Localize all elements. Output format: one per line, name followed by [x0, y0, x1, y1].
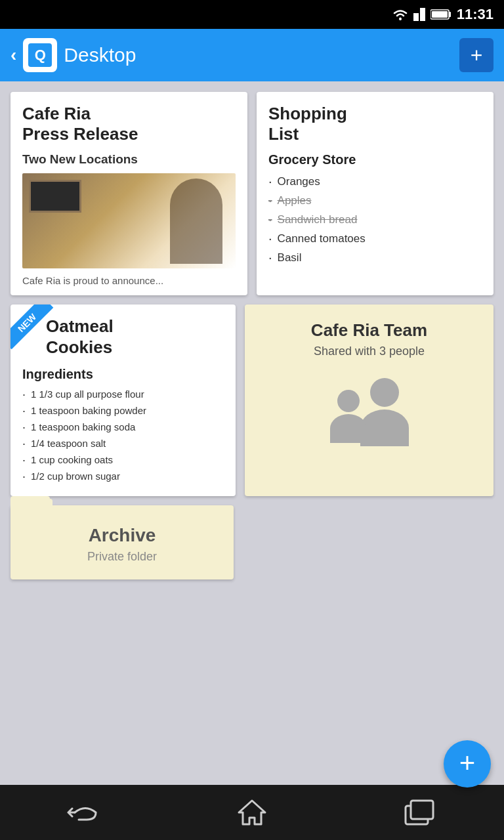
svg-rect-8 [411, 801, 433, 819]
app-bar-add-icon: + [471, 45, 483, 66]
ingredient-bs2-text: 1/2 cup brown sugar [31, 471, 120, 482]
fab-icon: + [459, 749, 476, 777]
press-title-line1: Cafe Ria [22, 104, 91, 123]
ingredient-baking-powder: · 1 teaspoon baking powder [22, 405, 224, 418]
archive-card[interactable]: Archive Private folder [10, 505, 234, 579]
bullet-icon: · [22, 437, 26, 451]
nav-recents-icon [404, 799, 436, 826]
ingredient-bs-text: 1 teaspoon baking soda [31, 421, 135, 432]
avatar-head-small [337, 390, 360, 412]
bullet-icon: · [268, 250, 272, 265]
nav-recents-button[interactable] [394, 793, 446, 832]
press-card-body: Cafe Ria is proud to announce... [22, 275, 236, 286]
new-ribbon: NEW [10, 304, 63, 357]
ingredient-flour-text: 1 1/3 cup all purpose flour [31, 388, 144, 400]
app-logo-letter: Q [35, 47, 46, 64]
avatar-head-large [370, 378, 399, 407]
shopping-title-line2: List [268, 124, 299, 144]
ingredient-oats-text: 1 cup cooking oats [31, 454, 113, 465]
oatmeal-card[interactable]: NEW Oatmeal Cookies Ingredients · 1 1/3 … [10, 304, 236, 495]
bullet-icon: · [268, 212, 272, 227]
shopping-card-inner: Shopping List Grocery Store · Oranges · … [257, 92, 494, 278]
app-logo-inner: Q [28, 43, 52, 67]
item-basil-text: Basil [278, 251, 302, 264]
wifi-icon [391, 8, 410, 21]
bullet-icon: · [268, 174, 272, 189]
press-card-inner: Cafe Ria Press Release Two New Locations… [10, 92, 247, 295]
status-icons [391, 8, 452, 21]
archive-tab [10, 499, 52, 509]
item-oranges-text: Oranges [278, 175, 320, 188]
bullet-icon: · [22, 388, 26, 402]
svg-marker-1 [413, 13, 419, 21]
person-silhouette [170, 178, 222, 264]
app-bar-add-button[interactable]: + [459, 38, 494, 72]
bullet-icon: · [22, 404, 26, 418]
shopping-title-line1: Shopping [268, 104, 347, 123]
ingredient-flour: · 1 1/3 cup all purpose flour [22, 388, 224, 402]
shopping-section-label: Grocery Store [268, 152, 482, 167]
team-card[interactable]: Cafe Ria Team Shared with 3 people [245, 304, 494, 495]
ingredient-brown-sugar: · 1/2 cup brown sugar [22, 471, 224, 484]
new-badge: NEW [10, 304, 53, 349]
press-image-bg [22, 173, 236, 268]
bullet-icon: · [22, 421, 26, 434]
press-card-image [22, 173, 236, 268]
status-bar: 11:31 [0, 0, 504, 29]
fab-button[interactable]: + [444, 740, 491, 788]
shopping-item-sandwich: · Sandwich bread [268, 212, 482, 227]
cards-row-1: Cafe Ria Press Release Two New Locations… [10, 92, 494, 295]
app-logo: Q [23, 38, 57, 72]
avatar-body-small [330, 414, 367, 443]
app-bar: ‹ Q Desktop + [0, 29, 504, 81]
archive-wrapper: Archive Private folder [10, 505, 234, 579]
nav-back-button[interactable] [58, 793, 110, 832]
cards-row-3: Archive Private folder [10, 505, 494, 579]
archive-title: Archive [26, 525, 218, 546]
svg-marker-2 [420, 8, 425, 21]
press-card-subtitle: Two New Locations [22, 152, 236, 167]
bullet-icon: · [22, 470, 26, 484]
press-release-card[interactable]: Cafe Ria Press Release Two New Locations… [10, 92, 247, 295]
svg-marker-6 [239, 801, 265, 824]
bullet-icon: · [268, 193, 272, 208]
avatar-body-large [360, 410, 409, 446]
ingredient-bp-text: 1 teaspoon baking powder [31, 405, 146, 416]
svg-rect-5 [432, 11, 448, 18]
ingredient-salt: · 1/4 teaspoon salt [22, 438, 224, 451]
shopping-item-apples: · Apples [268, 193, 482, 208]
back-arrow-icon[interactable]: ‹ [10, 45, 16, 66]
ingredients-label: Ingredients [22, 367, 224, 382]
shopping-list-card[interactable]: Shopping List Grocery Store · Oranges · … [257, 92, 494, 295]
shopping-item-tomatoes: · Canned tomatoes [268, 231, 482, 246]
nav-back-icon [67, 801, 101, 824]
team-card-title: Cafe Ria Team [311, 320, 427, 341]
cards-row-2: NEW Oatmeal Cookies Ingredients · 1 1/3 … [10, 304, 494, 495]
item-tomatoes-text: Canned tomatoes [278, 232, 366, 245]
svg-point-0 [399, 18, 402, 20]
main-content: Cafe Ria Press Release Two New Locations… [0, 81, 504, 785]
avatar-small [330, 390, 367, 443]
bullet-icon: · [268, 231, 272, 246]
battery-icon [430, 9, 452, 20]
ingredient-oats: · 1 cup cooking oats [22, 454, 224, 467]
bullet-icon: · [22, 453, 26, 467]
shopping-item-oranges: · Oranges [268, 174, 482, 189]
status-time: 11:31 [457, 6, 494, 23]
signal-icon [413, 8, 427, 21]
nav-bar [0, 785, 504, 840]
nav-home-button[interactable] [226, 793, 278, 832]
blackboard-decoration [29, 180, 81, 213]
ingredient-salt-text: 1/4 teaspoon salt [31, 438, 106, 449]
team-card-subtitle: Shared with 3 people [314, 345, 425, 358]
shopping-item-basil: · Basil [268, 250, 482, 265]
archive-subtitle: Private folder [26, 550, 218, 564]
nav-home-icon [236, 798, 268, 827]
ingredient-baking-soda: · 1 teaspoon baking soda [22, 421, 224, 434]
team-avatars [324, 378, 415, 450]
shopping-card-title: Shopping List [268, 104, 482, 144]
app-title: Desktop [64, 44, 136, 66]
avatar-large [360, 378, 409, 446]
app-bar-left: ‹ Q Desktop [10, 38, 136, 72]
press-card-title: Cafe Ria Press Release [22, 104, 236, 144]
